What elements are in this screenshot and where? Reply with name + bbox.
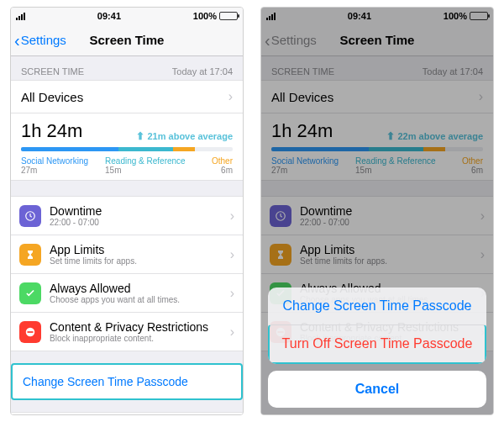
sheet-turnoff-passcode[interactable]: Turn Off Screen Time Passcode xyxy=(268,324,486,364)
nav-bar: ‹ Settings Screen Time xyxy=(11,24,243,56)
usage-total: 1h 24m xyxy=(21,120,82,142)
settings-list: Downtime22:00 - 07:00 › App LimitsSet ti… xyxy=(11,196,243,351)
hourglass-icon xyxy=(19,244,41,266)
devices-row[interactable]: All Devices › xyxy=(11,80,243,113)
chevron-right-icon: › xyxy=(230,286,234,301)
battery-text: 100% xyxy=(193,11,217,21)
svg-rect-2 xyxy=(28,331,34,333)
phone-right: 09:41 100% ‹ Settings Screen Time SCREEN… xyxy=(260,7,494,415)
group-timestamp: Today at 17:04 xyxy=(172,66,233,76)
no-entry-icon xyxy=(19,321,41,343)
chevron-right-icon: › xyxy=(228,89,233,104)
sheet-cancel[interactable]: Cancel xyxy=(268,371,486,408)
signal-icon xyxy=(16,13,25,20)
change-passcode-row[interactable]: Change Screen Time Passcode xyxy=(11,363,243,400)
nav-title: Screen Time xyxy=(90,33,165,47)
content-privacy-cell[interactable]: Content & Privacy RestrictionsBlock inap… xyxy=(11,312,243,351)
phone-left: 09:41 100% ‹ Settings Screen Time SCREEN… xyxy=(10,7,244,415)
chevron-right-icon: › xyxy=(230,324,234,340)
usage-categories: Social Networking27m Reading & Reference… xyxy=(21,156,233,175)
action-sheet: Change Screen Time Passcode Turn Off Scr… xyxy=(268,287,486,408)
status-bar: 09:41 100% xyxy=(11,8,243,24)
chevron-left-icon: ‹ xyxy=(14,32,20,49)
battery-icon xyxy=(219,12,238,20)
status-time: 09:41 xyxy=(97,11,121,21)
chevron-right-icon: › xyxy=(230,247,234,262)
usage-card[interactable]: 1h 24m ⬆ 21m above average Social Networ… xyxy=(11,113,243,181)
sheet-change-passcode[interactable]: Change Screen Time Passcode xyxy=(268,287,486,324)
share-devices-row[interactable]: Share Across Devices xyxy=(11,412,243,415)
devices-label: All Devices xyxy=(21,90,83,104)
group-title: SCREEN TIME xyxy=(21,66,84,76)
back-button[interactable]: ‹ Settings xyxy=(14,24,66,55)
back-label: Settings xyxy=(21,33,66,47)
app-limits-cell[interactable]: App LimitsSet time limits for apps. › xyxy=(11,235,243,273)
usage-average: ⬆ 21m above average xyxy=(136,130,233,142)
up-arrow-icon: ⬆ xyxy=(136,130,144,142)
downtime-icon xyxy=(19,205,41,227)
usage-bar xyxy=(21,147,233,151)
group-header: SCREEN TIME Today at 17:04 xyxy=(11,56,243,80)
downtime-cell[interactable]: Downtime22:00 - 07:00 › xyxy=(11,196,243,235)
always-allowed-cell[interactable]: Always AllowedChoose apps you want at al… xyxy=(11,273,243,312)
check-icon xyxy=(19,282,41,304)
chevron-right-icon: › xyxy=(230,208,234,224)
